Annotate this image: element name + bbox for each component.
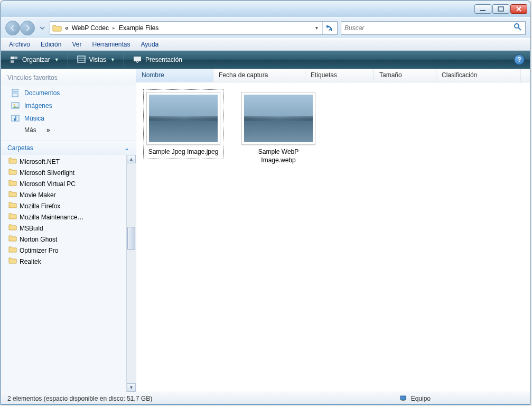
documents-icon [11, 88, 20, 98]
menu-herramientas[interactable]: Herramientas [87, 39, 135, 50]
svg-line-3 [518, 27, 521, 30]
tree-item-label: Microsoft Silverlight [20, 169, 74, 177]
computer-icon [399, 395, 408, 402]
chevron-down-icon: ⌄ [124, 144, 129, 152]
column-header[interactable]: Tamaño [374, 69, 436, 82]
search-bar[interactable] [341, 21, 526, 35]
tree-item[interactable]: Microsoft.NET [8, 156, 126, 167]
close-button[interactable] [510, 4, 527, 14]
tree-item[interactable]: Microsoft Virtual PC [8, 178, 126, 189]
svg-point-2 [515, 24, 519, 28]
folder-icon [8, 224, 17, 233]
scroll-down-button[interactable]: ▼ [127, 383, 136, 392]
search-input[interactable] [344, 24, 514, 32]
scroll-up-button[interactable]: ▲ [127, 155, 136, 163]
svg-rect-1 [498, 7, 503, 11]
svg-rect-4 [11, 57, 14, 59]
tree-item[interactable]: Mozilla Maintenance… [8, 211, 126, 223]
explorer-window: « WebP Codec ▸ Example Files ▾ Archivo E… [1, 1, 530, 405]
tree-item[interactable]: Movie Maker [8, 189, 126, 200]
presentation-icon [133, 55, 142, 64]
column-header[interactable]: Nombre [136, 69, 213, 82]
folders-header[interactable]: Carpetas ⌄ [1, 141, 136, 155]
content: NombreFecha de capturaEtiquetasTamañoCla… [136, 69, 530, 392]
toolbar: Organizar ▼ Vistas ▼ Presentación ? [1, 51, 530, 69]
address-bar[interactable]: « WebP Codec ▸ Example Files ▾ [50, 21, 338, 35]
tree-item[interactable]: Realtek [8, 256, 126, 267]
fav-more[interactable]: Más » [1, 125, 136, 135]
minimize-button[interactable] [474, 4, 491, 14]
menubar: Archivo Edición Ver Herramientas Ayuda [1, 38, 530, 51]
tree-item-label: Mozilla Firefox [20, 202, 60, 210]
toolbar-divider [124, 54, 124, 66]
forward-button[interactable] [20, 21, 35, 35]
tree-item-label: Optimizer Pro [20, 247, 58, 254]
titlebar [1, 1, 530, 17]
menu-edicion[interactable]: Edición [36, 39, 66, 50]
menu-ver[interactable]: Ver [67, 39, 86, 50]
breadcrumb-item-0[interactable]: WebP Codec [71, 24, 110, 32]
pictures-icon [11, 101, 20, 110]
file-item[interactable]: Sample Jpeg Image.jpeg [144, 90, 223, 159]
tree-item[interactable]: Microsoft Silverlight [8, 167, 126, 178]
body: Vínculos favoritos Documentos Imágenes M… [1, 69, 530, 392]
organize-button[interactable]: Organizar ▼ [6, 54, 62, 66]
fav-documentos[interactable]: Documentos [1, 87, 136, 99]
music-icon [11, 114, 20, 123]
breadcrumb-item-1[interactable]: Example Files [118, 24, 160, 32]
statusbar: 2 elementos (espacio disponible en disco… [1, 392, 530, 404]
help-button[interactable]: ? [514, 54, 525, 65]
column-header[interactable]: Clasificación [436, 69, 521, 82]
sidebar: Vínculos favoritos Documentos Imágenes M… [1, 69, 136, 392]
back-arrow-icon [9, 24, 16, 32]
chevron-down-icon: ▼ [110, 57, 115, 62]
fav-imagenes[interactable]: Imágenes [1, 99, 136, 112]
menu-ayuda[interactable]: Ayuda [136, 39, 163, 50]
folders-label: Carpetas [7, 144, 33, 152]
tree-item[interactable]: MSBuild [8, 223, 126, 234]
tree-scrollbar[interactable]: ▲ ▼ [126, 155, 136, 392]
folder-icon [8, 201, 17, 210]
tree-item-label: Microsoft Virtual PC [20, 180, 76, 188]
presentation-button[interactable]: Presentación [129, 54, 185, 66]
folder-tree: Microsoft.NETMicrosoft SilverlightMicros… [1, 155, 136, 392]
status-location: Equipo [411, 395, 431, 402]
status-right: Equipo [399, 395, 526, 402]
forward-arrow-icon [24, 24, 31, 32]
file-name: Sample Jpeg Image.jpeg [148, 148, 219, 156]
folder-icon [8, 213, 17, 222]
maximize-button[interactable] [492, 4, 509, 14]
folder-icon [52, 24, 62, 32]
refresh-icon [325, 24, 333, 32]
file-item[interactable]: Sample WebP Image.webp [239, 90, 318, 167]
file-list[interactable]: Sample Jpeg Image.jpegSample WebP Image.… [136, 82, 530, 392]
svg-rect-5 [14, 57, 17, 59]
favorites-header: Vínculos favoritos [1, 69, 136, 86]
folder-icon [8, 235, 17, 244]
folder-icon [8, 168, 17, 177]
column-header[interactable]: Etiquetas [305, 69, 374, 82]
folder-icon [8, 157, 17, 166]
back-button[interactable] [5, 21, 20, 35]
tree-item[interactable]: Mozilla Firefox [8, 200, 126, 211]
tree-item[interactable]: Norton Ghost [8, 234, 126, 245]
navbar: « WebP Codec ▸ Example Files ▾ [1, 17, 530, 38]
views-button[interactable]: Vistas ▼ [73, 54, 118, 66]
more-label: Más [24, 126, 36, 134]
column-headers: NombreFecha de capturaEtiquetasTamañoCla… [136, 69, 530, 82]
tree-item[interactable]: Optimizer Pro [8, 245, 126, 256]
close-icon [516, 6, 522, 12]
search-icon[interactable] [514, 23, 522, 33]
column-header[interactable]: Fecha de captura [213, 69, 305, 82]
folder-icon [8, 190, 17, 199]
fav-musica[interactable]: Música [1, 112, 136, 125]
menu-archivo[interactable]: Archivo [4, 39, 35, 50]
nav-history-dropdown[interactable] [38, 21, 46, 35]
scroll-thumb[interactable] [127, 227, 135, 250]
refresh-button[interactable] [322, 22, 335, 34]
presentation-label: Presentación [145, 56, 182, 63]
address-dropdown[interactable]: ▾ [313, 25, 320, 31]
tree-item-label: Microsoft.NET [20, 158, 60, 165]
organize-icon [10, 55, 19, 64]
breadcrumb-prefix: « [64, 24, 70, 32]
